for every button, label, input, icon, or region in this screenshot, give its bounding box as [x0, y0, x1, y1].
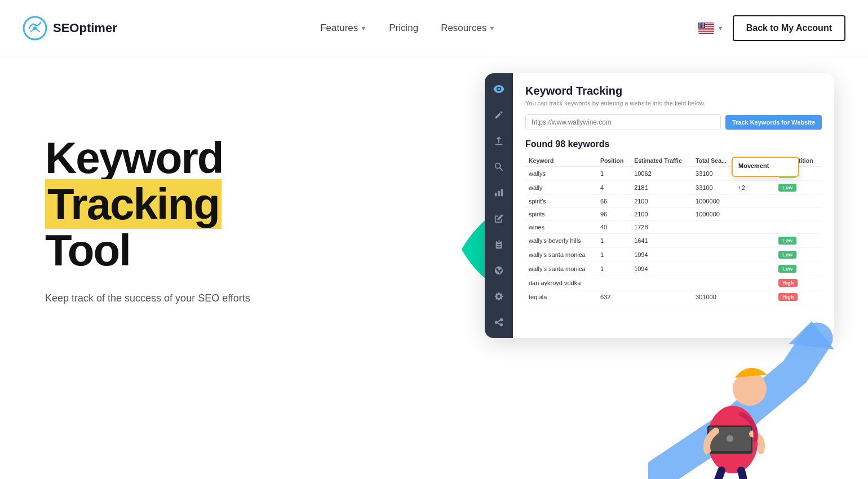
svg-point-19 [701, 25, 701, 26]
cell-keyword: dan aykroyd vodka [525, 276, 597, 290]
language-selector[interactable]: ▼ [698, 23, 724, 34]
cell-competition [775, 221, 822, 234]
sidebar-icon-chart[interactable] [492, 186, 506, 199]
table-row: spirits 96 2100 1000000 [525, 208, 822, 221]
cell-competition [775, 195, 822, 208]
svg-point-16 [702, 24, 702, 25]
table-row: spirit's 66 2100 1000000 [525, 195, 822, 208]
svg-point-21 [703, 25, 704, 26]
found-keywords-count: Found 98 keywords [525, 139, 822, 149]
cell-keyword: wally's santa monica [525, 262, 597, 276]
nav-item-features[interactable]: Features ▼ [320, 23, 366, 34]
svg-point-14 [699, 24, 699, 25]
table-row: wally's santa monica 1 1094 Low [525, 262, 822, 276]
sidebar-icon-globe[interactable] [492, 264, 506, 277]
cell-movement [734, 208, 775, 221]
logo[interactable]: SEOptimer [23, 16, 117, 41]
cell-competition: Low [775, 262, 822, 276]
competition-badge: Low [778, 184, 796, 192]
cell-movement [734, 234, 775, 248]
cell-total [692, 234, 734, 248]
hero-text: Keyword Tracking Tool Keep track of the … [45, 90, 327, 306]
table-row: wally's beverly hills 1 1641 Low [525, 234, 822, 248]
cell-keyword: wines [525, 221, 597, 234]
table-row: dan aykroyd vodka High [525, 276, 822, 290]
cell-total [692, 221, 734, 234]
svg-point-20 [702, 25, 702, 26]
cell-movement [734, 195, 775, 208]
logo-text: SEOptimer [53, 21, 117, 36]
url-input-row: Track Keywords for Website [525, 114, 822, 130]
hero-section: Keyword Tracking Tool Keep track of the … [0, 56, 868, 479]
chevron-down-icon: ▼ [489, 25, 495, 32]
cell-keyword: spirits [525, 208, 597, 221]
col-keyword: Keyword [525, 155, 597, 167]
nav-item-resources[interactable]: Resources ▼ [441, 23, 495, 34]
chevron-down-icon: ▼ [360, 25, 366, 32]
svg-point-25 [703, 26, 704, 27]
competition-badge: High [778, 279, 798, 287]
sidebar-icon-gear[interactable] [492, 290, 506, 303]
cell-total [692, 276, 734, 290]
cell-traffic: 1094 [631, 262, 692, 276]
url-input[interactable] [525, 114, 721, 130]
cell-position: 1 [597, 167, 631, 181]
cell-competition [775, 208, 822, 221]
cell-position: 1 [597, 248, 631, 262]
table-row: wally 4 2181 33100 +2 Low [525, 181, 822, 195]
person-illustration [676, 327, 789, 479]
svg-point-11 [701, 23, 701, 24]
cell-total: 33100 [692, 181, 734, 195]
seoptimer-logo-icon [23, 16, 47, 41]
cell-traffic: 1641 [631, 234, 692, 248]
competition-badge: Low [778, 237, 796, 245]
track-keywords-button[interactable]: Track Keywords for Website [725, 115, 822, 130]
movement-popup: Movement [732, 157, 799, 177]
back-to-account-button[interactable]: Back to My Account [733, 15, 845, 41]
chevron-down-icon: ▼ [718, 25, 724, 32]
nav-right: ▼ Back to My Account [698, 15, 845, 41]
sidebar-icon-upload[interactable] [492, 134, 506, 148]
sidebar-icon-share[interactable] [492, 316, 506, 329]
hero-subtitle: Keep track of the success of your SEO ef… [45, 291, 327, 306]
cell-total [692, 262, 734, 276]
svg-point-23 [701, 26, 701, 27]
col-traffic: Estimated Traffic [631, 155, 692, 167]
cell-total: 1000000 [692, 208, 734, 221]
cell-competition: Low [775, 181, 822, 195]
svg-point-31 [727, 435, 733, 442]
svg-point-12 [702, 23, 702, 24]
cell-position: 96 [597, 208, 631, 221]
svg-point-22 [699, 26, 699, 27]
sidebar-icon-search[interactable] [492, 160, 506, 174]
app-sidebar [485, 73, 513, 338]
sidebar-icon-text[interactable] [492, 238, 506, 251]
table-row: wally's santa monica 1 1094 Low [525, 248, 822, 262]
cell-position: 632 [597, 290, 631, 304]
svg-point-10 [699, 23, 699, 24]
cell-traffic: 1094 [631, 248, 692, 262]
cell-movement [734, 276, 775, 290]
cell-total [692, 248, 734, 262]
sidebar-icon-edit[interactable] [492, 108, 506, 122]
cell-movement [734, 248, 775, 262]
cell-position: 66 [597, 195, 631, 208]
nav-item-pricing[interactable]: Pricing [389, 23, 418, 34]
hero-title: Keyword Tracking Tool [45, 135, 327, 274]
cell-traffic: 1728 [631, 221, 692, 234]
competition-badge: Low [778, 251, 796, 259]
cell-position: 4 [597, 181, 631, 195]
svg-point-15 [701, 24, 701, 25]
sidebar-icon-settings[interactable] [492, 82, 506, 96]
nav-links: Features ▼ Pricing Resources ▼ [320, 23, 495, 34]
cell-total: 33100 [692, 167, 734, 181]
hero-title-line2: Tracking [45, 179, 222, 229]
cell-position: 1 [597, 234, 631, 248]
svg-rect-8 [698, 32, 714, 33]
cell-movement [734, 262, 775, 276]
sidebar-icon-pen[interactable] [492, 212, 506, 225]
cell-keyword: tequila [525, 290, 597, 304]
cell-keyword: wally [525, 181, 597, 195]
table-body: wallys 1 10062 33100 +14 Low wally 4 218… [525, 167, 822, 304]
cell-traffic: 2100 [631, 195, 692, 208]
